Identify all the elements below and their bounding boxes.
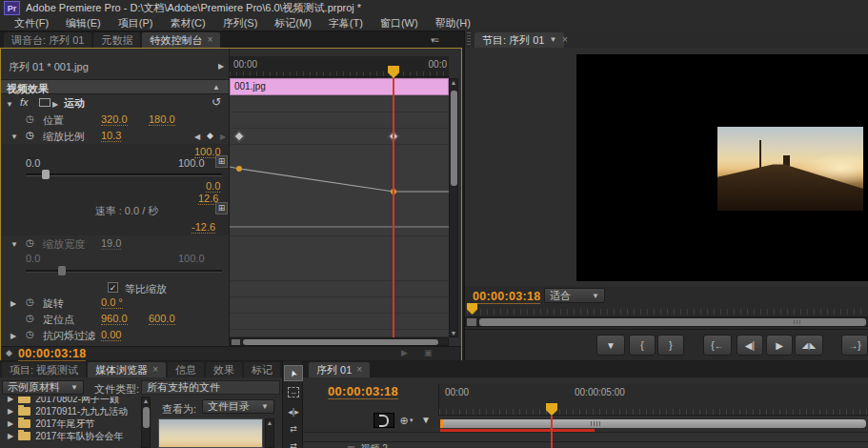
thumbnail-scrollbar[interactable]: ▲: [265, 418, 274, 448]
close-icon[interactable]: ×: [562, 34, 568, 45]
graph-toggle-button[interactable]: ⊞: [215, 202, 228, 214]
expand-right-icon[interactable]: ▶: [8, 397, 13, 403]
go-to-out-button[interactable]: →}: [841, 335, 868, 356]
track-toggle-icon[interactable]: ▣: [347, 444, 355, 448]
tab-sequence-01[interactable]: 序列 01×: [309, 362, 370, 377]
play-around-button[interactable]: ◢|◣: [795, 335, 823, 356]
scroll-up-icon[interactable]: ▲: [266, 419, 273, 426]
rate-stretch-tool[interactable]: ⇄: [284, 438, 303, 448]
tab-audio-mixer[interactable]: 调音台: 序列 01: [4, 32, 91, 48]
ec-timecode[interactable]: 00:00:03:18: [18, 347, 86, 361]
step-back-button[interactable]: ◀|: [737, 335, 763, 356]
menu-clip[interactable]: 素材(C): [161, 16, 213, 31]
ec-vscrollbar[interactable]: ▲ ▼: [449, 78, 458, 337]
fit-dropdown[interactable]: 适合 ▼: [544, 288, 605, 303]
add-unnumbered-marker-button[interactable]: ▼: [421, 415, 431, 425]
chevron-right-icon[interactable]: ▶: [218, 62, 224, 71]
menu-file[interactable]: 文件(F): [6, 16, 57, 31]
rolling-edit-tool[interactable]: ⇄: [284, 420, 303, 437]
file-type-value[interactable]: 所有支持的文件: [141, 380, 280, 395]
ec-hscrollbar[interactable]: [230, 337, 449, 346]
tab-project[interactable]: 项目: 视频测试: [2, 362, 86, 377]
expand-right-icon[interactable]: ▶: [8, 419, 13, 428]
work-area-grip[interactable]: [591, 421, 600, 426]
menu-title[interactable]: 字幕(T): [320, 16, 372, 31]
close-icon[interactable]: ×: [152, 362, 158, 377]
add-marker-button[interactable]: ▼: [596, 335, 625, 356]
stopwatch-icon[interactable]: ◷: [26, 313, 34, 323]
expand-right-icon[interactable]: ▶: [10, 299, 16, 308]
folder-row[interactable]: ▶ 2017年尾牙节: [0, 417, 141, 430]
collapse-up-icon[interactable]: ▲: [212, 83, 220, 92]
ec-hscrollbar-thumb[interactable]: [243, 339, 438, 345]
tab-effect-controls[interactable]: 特效控制台×: [142, 32, 220, 48]
ec-clip-bar[interactable]: 001.jpg: [230, 78, 449, 95]
program-scrollbar[interactable]: [465, 316, 868, 327]
tab-markers[interactable]: 标记: [244, 362, 280, 377]
uniform-scale-checkbox[interactable]: ✓: [108, 282, 118, 293]
stopwatch-icon[interactable]: ◷: [26, 329, 34, 339]
expand-down-icon[interactable]: ▼: [6, 100, 13, 109]
program-scroll-box[interactable]: [467, 318, 476, 326]
timeline-ruler[interactable]: 00:00 00:00:05:00: [438, 384, 868, 416]
ec-playhead-line[interactable]: [393, 77, 394, 337]
view-as-dropdown[interactable]: 文件目录 ▼: [202, 399, 274, 414]
menu-sequence[interactable]: 序列(S): [214, 16, 267, 31]
menu-project[interactable]: 项目(P): [110, 16, 162, 31]
tab-effects[interactable]: 效果: [206, 362, 242, 377]
program-video-frame[interactable]: [576, 54, 868, 281]
play-audio-icon[interactable]: ▶: [401, 348, 408, 357]
expand-down-icon[interactable]: ▼: [10, 132, 18, 141]
menu-marker[interactable]: 标记(M): [266, 16, 320, 31]
track-select-tool[interactable]: ↔: [284, 384, 303, 400]
ec-vscrollbar-thumb[interactable]: [451, 91, 457, 186]
toggle-units-icon[interactable]: ▣: [424, 348, 433, 357]
stopwatch-icon[interactable]: ◷: [26, 296, 34, 307]
panel-menu-icon[interactable]: ▾≡: [431, 35, 438, 45]
timeline-playhead-line[interactable]: [551, 416, 553, 448]
tab-info[interactable]: 信息: [168, 362, 204, 377]
tab-program-monitor[interactable]: 节目: 序列 01 ▼: [474, 32, 564, 48]
motion-label[interactable]: 运动: [64, 96, 85, 111]
track-header-partial[interactable]: ▣ 视频 2: [347, 442, 388, 448]
add-keyframe-icon[interactable]: ◆: [207, 131, 213, 140]
work-area-start-handle[interactable]: [440, 419, 443, 428]
ripple-edit-tool[interactable]: ◂|▸: [284, 403, 303, 419]
reset-icon[interactable]: ↺: [212, 95, 221, 109]
program-mini-ruler[interactable]: [467, 309, 867, 315]
tab-metadata[interactable]: 元数据: [93, 32, 140, 48]
position-x-value[interactable]: 320.0: [101, 113, 128, 126]
stopwatch-icon[interactable]: ◷: [26, 113, 34, 124]
tab-media-browser[interactable]: 媒体浏览器×: [88, 362, 166, 377]
scroll-down-icon[interactable]: ▼: [450, 330, 457, 336]
play-button[interactable]: ▶: [766, 335, 793, 356]
mark-out-button[interactable]: }: [657, 335, 684, 356]
program-scrollbar-thumb[interactable]: [479, 318, 866, 326]
close-icon[interactable]: ×: [207, 32, 212, 48]
stopwatch-icon-active[interactable]: ◷: [26, 130, 34, 140]
expand-right-icon[interactable]: ▶: [8, 432, 13, 440]
scroll-up-icon[interactable]: ▲: [450, 79, 457, 86]
expand-down-icon[interactable]: ▼: [10, 240, 18, 249]
scroll-up-icon[interactable]: ▲: [142, 397, 150, 404]
source-dropdown[interactable]: 示例原材料 ▼: [2, 380, 84, 395]
video-effects-header[interactable]: 视频效果 ▲: [1, 79, 229, 94]
program-timecode[interactable]: 00:00:03:18: [473, 290, 540, 304]
mark-in-button[interactable]: {: [629, 335, 656, 356]
ec-timeline-ruler[interactable]: 00:00 00:0: [230, 56, 449, 77]
encore-chapter-marker-button[interactable]: ⊕▼: [398, 413, 415, 428]
anchor-y-value[interactable]: 600.0: [149, 313, 175, 325]
folder-tree-scrollbar[interactable]: ▲: [141, 397, 151, 448]
scale-value[interactable]: 10.3: [101, 130, 121, 142]
expand-right-icon[interactable]: ▶: [10, 332, 16, 340]
anchor-x-value[interactable]: 960.0: [101, 313, 128, 325]
timeline-timecode[interactable]: 00:00:03:18: [328, 384, 398, 399]
rotation-value[interactable]: 0.0 °: [101, 296, 123, 309]
track-area[interactable]: ▣ 视频 2: [303, 432, 868, 448]
antiflicker-value[interactable]: 0.00: [101, 329, 121, 341]
media-thumbnail[interactable]: [158, 418, 263, 448]
ec-hscroll-box[interactable]: [232, 339, 240, 345]
dropdown-icon[interactable]: ▼: [549, 32, 556, 48]
next-keyframe-icon[interactable]: ▶: [220, 132, 226, 141]
go-to-in-button[interactable]: {←: [703, 335, 732, 356]
